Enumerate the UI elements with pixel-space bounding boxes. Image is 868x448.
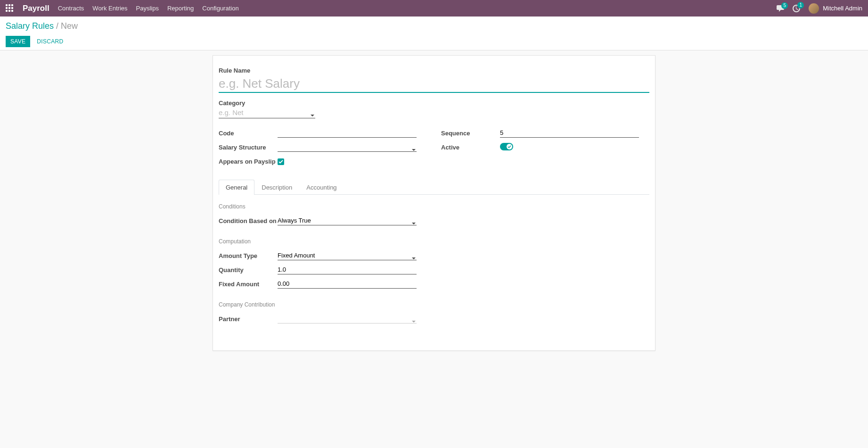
section-company-contribution-title: Company Contribution [219, 301, 649, 308]
active-toggle[interactable] [500, 143, 513, 150]
sequence-label: Sequence [441, 130, 500, 137]
user-menu[interactable]: Mitchell Admin [809, 3, 862, 14]
salary-structure-input[interactable] [278, 142, 417, 152]
fixed-amount-label: Fixed Amount [219, 281, 278, 288]
nav-work-entries[interactable]: Work Entries [92, 5, 127, 12]
salary-structure-label: Salary Structure [219, 144, 278, 151]
breadcrumb-link[interactable]: Salary Rules [6, 21, 54, 31]
form-tabs: General Description Accounting [219, 180, 649, 195]
nav-configuration[interactable]: Configuration [202, 5, 238, 12]
category-label: Category [219, 100, 315, 107]
quantity-input[interactable] [278, 265, 417, 274]
appears-on-payslip-label: Appears on Payslip [219, 158, 278, 165]
condition-based-on-label: Condition Based on [219, 217, 278, 224]
app-name[interactable]: Payroll [23, 4, 49, 13]
save-button[interactable]: SAVE [6, 36, 30, 47]
tab-general[interactable]: General [219, 180, 254, 195]
messages-icon[interactable]: 5 [777, 5, 784, 12]
breadcrumb-current: New [61, 21, 78, 31]
user-name: Mitchell Admin [823, 5, 862, 12]
messages-badge: 5 [781, 2, 788, 9]
breadcrumb: Salary Rules / New [6, 21, 862, 31]
top-navbar: Payroll Contracts Work Entries Payslips … [0, 0, 868, 17]
sequence-input[interactable] [500, 128, 639, 138]
nav-contracts[interactable]: Contracts [58, 5, 84, 12]
amount-type-select[interactable] [278, 251, 417, 260]
appears-on-payslip-checkbox[interactable] [278, 158, 284, 165]
section-computation-title: Computation [219, 238, 649, 245]
fixed-amount-input[interactable] [278, 279, 417, 289]
code-label: Code [219, 130, 278, 137]
partner-label: Partner [219, 315, 278, 323]
active-label: Active [441, 144, 500, 151]
rule-name-label: Rule Name [219, 67, 649, 74]
apps-icon[interactable] [6, 4, 14, 13]
partner-input[interactable] [278, 314, 417, 324]
rule-name-input[interactable] [219, 75, 649, 93]
nav-payslips[interactable]: Payslips [136, 5, 159, 12]
category-input[interactable] [219, 108, 315, 118]
tab-description[interactable]: Description [254, 180, 299, 195]
nav-reporting[interactable]: Reporting [167, 5, 194, 12]
control-panel: Salary Rules / New SAVE DISCARD [0, 17, 868, 50]
section-conditions-title: Conditions [219, 203, 649, 210]
activities-badge: 1 [797, 2, 804, 8]
avatar [809, 3, 819, 14]
amount-type-label: Amount Type [219, 252, 278, 259]
activities-icon[interactable]: 1 [793, 5, 800, 12]
discard-button[interactable]: DISCARD [32, 36, 68, 47]
quantity-label: Quantity [219, 266, 278, 274]
form-sheet: Rule Name Category Code Salary Structure [213, 55, 655, 351]
code-input[interactable] [278, 128, 417, 138]
tab-accounting[interactable]: Accounting [299, 180, 344, 195]
condition-based-on-select[interactable] [278, 216, 417, 225]
